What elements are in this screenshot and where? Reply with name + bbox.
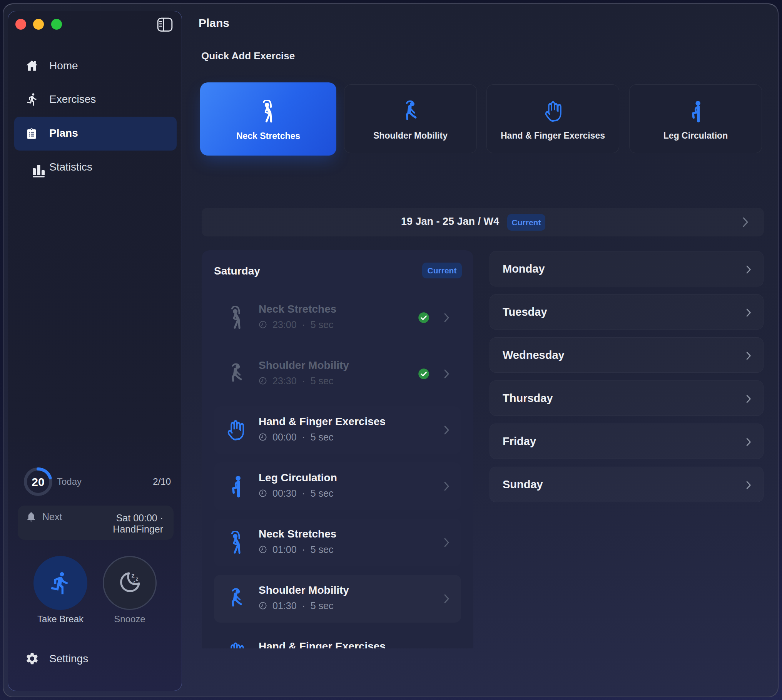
svg-text:z: z bbox=[135, 576, 138, 582]
svg-text:20: 20 bbox=[32, 476, 44, 488]
svg-text:z: z bbox=[133, 579, 135, 584]
svg-text:z: z bbox=[131, 572, 134, 579]
